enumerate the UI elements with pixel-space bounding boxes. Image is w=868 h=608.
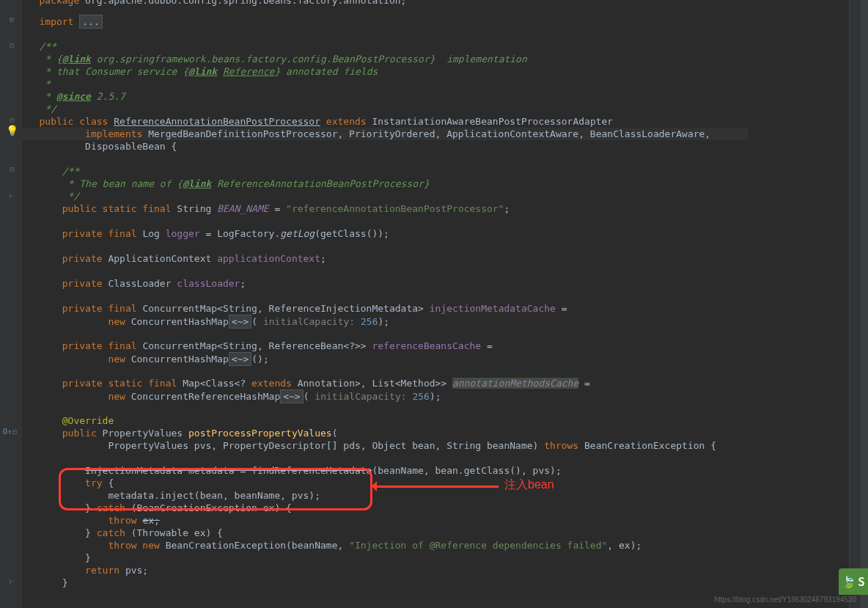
annotation-arrow (374, 486, 499, 488)
javadoc: * The bean name of {@link ReferenceAnnot… (22, 177, 430, 190)
corner-badge[interactable]: 🍃S (839, 568, 868, 595)
code-text: try { (22, 477, 114, 489)
gutter: ⊞ ⊟ ⊟ 💡 ⊟ ⊢ O↑ ⊟ ⊢ (0, 0, 22, 608)
fold-collapse-icon[interactable]: ⊟ (7, 39, 16, 51)
code-text: } (22, 576, 68, 589)
code-text: throw new BeanCreationException(beanName… (22, 539, 641, 552)
field-decl: private static final Map<Class<? extends… (22, 377, 590, 389)
fold-end-icon[interactable]: ⊢ (7, 575, 16, 587)
javadoc: */ (22, 103, 56, 115)
code-text: import (39, 16, 79, 27)
code-text: DisposableBean { (22, 140, 177, 153)
fold-collapse-icon[interactable]: ⊟ (7, 163, 16, 175)
javadoc: * (22, 78, 51, 90)
javadoc: /** (22, 40, 56, 53)
javadoc: * {@link org.springframework.beans.facto… (22, 53, 527, 65)
watermark-text: https://blog.csdn.net/Y18630246793194530 (715, 593, 857, 606)
field-decl: private ApplicationContext applicationCo… (22, 252, 326, 265)
code-text: new ConcurrentHashMap<~>(); (22, 352, 269, 365)
code-text: } (22, 552, 91, 564)
diamond-fold[interactable]: <~> (280, 389, 303, 403)
code-text: return pvs; (22, 564, 148, 576)
class-declaration: public class ReferenceAnnotationBeanPost… (22, 115, 613, 128)
field-decl: private final ConcurrentMap<String, Refe… (22, 302, 567, 315)
scrollbar[interactable] (861, 0, 868, 608)
code-text: package (39, 0, 79, 6)
code-text: throw ex; (22, 514, 160, 527)
code-text: new ConcurrentReferenceHashMap<~>( initi… (22, 389, 441, 402)
javadoc: * @since 2.5.7 (22, 90, 125, 103)
field-decl: private ClassLoader classLoader; (22, 277, 246, 290)
code-text: metadata.inject(bean, beanName, pvs); (22, 489, 320, 502)
javadoc: * that Consumer service {@link Reference… (22, 65, 378, 78)
fold-collapse-icon[interactable]: ⊟ (10, 425, 19, 438)
annotation-label: 注入bean (504, 478, 554, 491)
fold-expand-icon[interactable]: ⊞ (7, 13, 16, 26)
code-text: InjectionMetadata metadata = findReferen… (22, 464, 562, 477)
minimap[interactable] (849, 0, 861, 608)
code-text: org.apache.dubbo.config.spring.beans.fac… (79, 0, 406, 6)
method-decl: public PropertyValues postProcessPropert… (22, 427, 338, 439)
editor-container: ⊞ ⊟ ⊟ 💡 ⊟ ⊢ O↑ ⊟ ⊢ package org.apache.du… (0, 0, 868, 608)
field-decl: private final ConcurrentMap<String, Refe… (22, 340, 493, 352)
field-decl: private final Log logger = LogFactory.ge… (22, 227, 389, 240)
lightbulb-icon[interactable]: 💡 (6, 125, 18, 137)
implements-line: implements MergedBeanDefinitionPostProce… (19, 128, 748, 140)
javadoc: /** (22, 165, 79, 177)
fold-end-icon[interactable]: ⊢ (7, 189, 16, 202)
field-decl: public static final String BEAN_NAME = "… (22, 202, 510, 215)
code-text: new ConcurrentHashMap<~>( initialCapacit… (22, 315, 389, 327)
code-area[interactable]: package org.apache.dubbo.config.spring.b… (22, 0, 849, 608)
diamond-fold[interactable]: <~> (229, 352, 251, 366)
javadoc: */ (22, 190, 79, 202)
fold-indicator[interactable]: ... (79, 15, 102, 29)
annotation: @Override (22, 414, 114, 427)
code-text: PropertyValues pvs, PropertyDescriptor[]… (22, 439, 716, 452)
diamond-fold[interactable]: <~> (229, 315, 251, 329)
code-text: } catch (BeanCreationException ex) { (22, 502, 292, 514)
code-text: } catch (Throwable ex) { (22, 527, 223, 539)
